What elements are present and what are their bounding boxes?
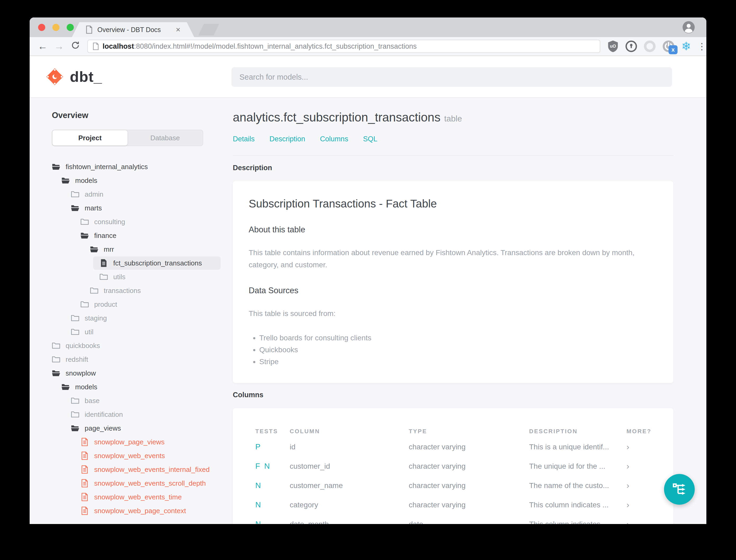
search-input[interactable] [232, 67, 672, 87]
reload-button[interactable] [67, 41, 84, 52]
expand-chevron-icon[interactable]: › [626, 442, 673, 452]
model-nav-link[interactable]: Description [270, 135, 305, 143]
tree-item[interactable]: snowplow_web_page_context [30, 504, 233, 518]
tree-item[interactable]: page_views [30, 421, 233, 435]
column-header: TESTS [255, 428, 290, 435]
tree-item[interactable]: snowplow_web_events_internal_fixed [30, 463, 233, 476]
pocket-extension-icon[interactable] [644, 40, 656, 52]
folder-open-icon [80, 231, 89, 240]
tree-item-label: admin [85, 190, 103, 198]
tree-item[interactable]: util [30, 325, 233, 339]
folder-open-icon [71, 424, 79, 432]
new-tab-button[interactable] [199, 24, 219, 35]
file-icon [80, 479, 89, 487]
onepassword-extension-icon[interactable] [625, 40, 637, 52]
column-row[interactable]: N customer_name character varying The na… [233, 476, 673, 495]
folder-closed-icon [71, 396, 79, 405]
file-icon [80, 438, 89, 446]
tree-item[interactable]: snowplow_web_events_time [30, 490, 233, 504]
column-tests: N [255, 500, 290, 509]
column-header: DESCRIPTION [529, 428, 626, 435]
tree-item[interactable]: snowplow_web_events [30, 449, 233, 463]
url-path: :8080/index.html#!/model/model.fishtown_… [134, 42, 417, 50]
dbt-logo-text: dbt_ [70, 68, 102, 85]
zoom-window-button[interactable] [67, 24, 74, 31]
tree-item[interactable]: base [30, 394, 233, 408]
column-row[interactable]: P id character varying This is a unique … [233, 437, 673, 457]
folder-open-icon [90, 245, 98, 254]
model-nav-link[interactable]: Details [233, 135, 255, 143]
snowflake-extension-icon[interactable]: ❄ [681, 40, 691, 52]
folder-open-icon [71, 204, 79, 212]
tree-item[interactable]: models [30, 380, 233, 394]
tree-item[interactable]: models [30, 174, 233, 187]
power-extension-icon[interactable]: x [662, 40, 675, 53]
close-window-button[interactable] [38, 24, 45, 31]
folder-open-icon [52, 369, 60, 377]
column-row[interactable]: N date_month date This column indicates … [233, 514, 673, 524]
browser-tab[interactable]: Overview - DBT Docs × [72, 22, 194, 37]
expand-chevron-icon[interactable]: › [626, 461, 673, 471]
profile-avatar-icon[interactable] [682, 21, 695, 34]
tree-item[interactable]: redshift [30, 353, 233, 366]
page-icon [93, 42, 99, 50]
folder-closed-icon [71, 328, 79, 336]
minimize-window-button[interactable] [52, 24, 60, 31]
model-nav-link[interactable]: Columns [320, 135, 349, 143]
forward-button[interactable]: → [51, 41, 67, 52]
expand-chevron-icon[interactable]: › [626, 500, 673, 510]
url-bar[interactable]: localhost:8080/index.html#!/model/model.… [87, 40, 600, 53]
dbt-logo[interactable]: dbt_ [46, 68, 102, 85]
tree-item[interactable]: finance [30, 229, 233, 242]
column-description: The name of the custo... [529, 481, 626, 490]
model-nav-link[interactable]: SQL [363, 135, 377, 143]
column-header: MORE? [626, 428, 673, 435]
ublock-extension-icon[interactable]: uO [607, 40, 619, 53]
tree-item[interactable]: staging [30, 311, 233, 325]
tree-item[interactable]: consulting [30, 215, 233, 229]
tree-item[interactable]: snowplow_web_events_scroll_depth [30, 476, 233, 490]
browser-menu-icon[interactable]: ⋮ [697, 41, 706, 52]
tree-item-label: base [85, 397, 100, 405]
column-type: character varying [409, 462, 529, 471]
tree-item[interactable]: marts [30, 201, 233, 215]
column-row[interactable]: F N customer_id character varying The un… [233, 457, 673, 476]
folder-closed-icon [80, 218, 89, 226]
tree-item-label: snowplow_web_events_time [94, 493, 182, 501]
column-description: The unique id for the ... [529, 462, 626, 471]
tree-item-label: utils [113, 273, 125, 281]
folder-open-icon [61, 176, 70, 185]
tree-item-label: snowplow [66, 369, 96, 377]
model-nav: DetailsDescriptionColumnsSQL [233, 135, 673, 143]
back-button[interactable]: ← [34, 41, 51, 52]
tree-item[interactable]: product [30, 297, 233, 311]
tree-item[interactable]: snowplow_page_views [30, 435, 233, 449]
tree-item-label: fishtown_internal_analytics [66, 163, 148, 171]
tree-item-label: mrr [104, 245, 114, 254]
folder-closed-icon [80, 300, 89, 309]
tree-item-label: marts [85, 204, 102, 212]
tree-item[interactable]: transactions [30, 284, 233, 297]
tree-item[interactable]: mrr [30, 242, 233, 256]
tree-item[interactable]: fct_subscription_transactions [30, 256, 233, 270]
tree-item[interactable]: fishtown_internal_analytics [30, 160, 233, 174]
tree-item-label: quickbooks [66, 342, 100, 350]
tree-item-label: page_views [85, 424, 121, 432]
tree-item[interactable]: snowplow [30, 366, 233, 380]
tree-item[interactable]: utils [30, 270, 233, 284]
browser-window: Overview - DBT Docs × ← → localhost:8080… [30, 17, 706, 524]
source-toggle-option[interactable]: Project [52, 130, 128, 146]
tree-item-label: snowplow_web_page_context [94, 507, 186, 515]
source-toggle-option[interactable]: Database [128, 130, 203, 146]
file-icon [80, 465, 89, 474]
tree-item[interactable]: admin [30, 187, 233, 201]
tab-close-icon[interactable]: × [176, 25, 181, 34]
lineage-graph-fab[interactable] [664, 474, 695, 505]
column-type: character varying [409, 443, 529, 451]
tree-item[interactable]: identification [30, 408, 233, 421]
column-row[interactable]: N category character varying This column… [233, 495, 673, 514]
column-name: category [290, 501, 409, 509]
expand-chevron-icon[interactable]: › [626, 519, 673, 524]
tree-item[interactable]: quickbooks [30, 339, 233, 353]
folder-closed-icon [71, 314, 79, 322]
